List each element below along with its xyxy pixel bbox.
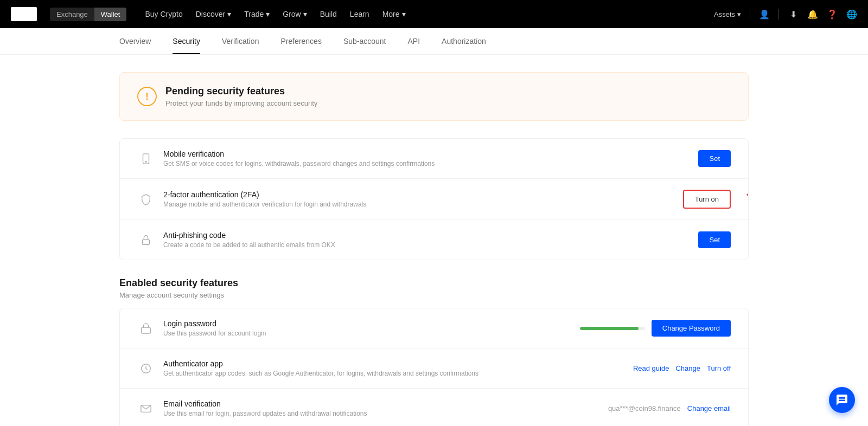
2fa-turnon-button[interactable]: Turn on bbox=[683, 190, 731, 209]
mobile-verification-info: Mobile verification Get SMS or voice cod… bbox=[163, 150, 690, 167]
shield-icon bbox=[137, 191, 155, 208]
enabled-items-list: Login password Use this password for acc… bbox=[119, 308, 749, 426]
nav-divider bbox=[750, 9, 750, 20]
nav-learn[interactable]: Learn bbox=[344, 7, 375, 22]
enabled-section: Enabled security features Manage account… bbox=[119, 277, 749, 426]
2fa-desc: Manage mobile and authenticator verifica… bbox=[163, 201, 674, 208]
login-password-item: Login password Use this password for acc… bbox=[120, 308, 748, 348]
login-password-info: Login password Use this password for acc… bbox=[163, 319, 571, 337]
antiphishing-action: Set bbox=[698, 231, 731, 248]
email-masked-display: qua***@coin98.finance bbox=[608, 404, 681, 412]
nav-discover[interactable]: Discover ▾ bbox=[190, 7, 237, 22]
svg-rect-9 bbox=[143, 240, 150, 244]
bell-icon[interactable]: 🔔 bbox=[807, 9, 818, 20]
2fa-title: 2-factor authentication (2FA) bbox=[163, 190, 674, 199]
login-password-title: Login password bbox=[163, 319, 571, 328]
login-password-action: Change Password bbox=[580, 320, 731, 337]
antiphishing-desc: Create a code to be added to all authent… bbox=[163, 241, 690, 249]
logo-box bbox=[11, 7, 37, 21]
2fa-info: 2-factor authentication (2FA) Manage mob… bbox=[163, 190, 674, 208]
lock-icon bbox=[137, 231, 155, 249]
pending-security-banner: ! Pending security features Protect your… bbox=[119, 72, 749, 121]
sub-nav: Overview Security Verification Preferenc… bbox=[0, 28, 868, 55]
authenticator-title: Authenticator app bbox=[163, 359, 624, 368]
tab-api[interactable]: API bbox=[397, 28, 431, 54]
tab-subaccount[interactable]: Sub-account bbox=[333, 28, 397, 54]
mobile-verification-action: Set bbox=[698, 150, 731, 167]
nav-more[interactable]: More ▾ bbox=[377, 7, 411, 22]
user-icon[interactable]: 👤 bbox=[759, 9, 770, 20]
email-verification-action: qua***@coin98.finance Change email bbox=[608, 404, 731, 412]
mobile-verification-item: Mobile verification Get SMS or voice cod… bbox=[120, 139, 748, 179]
logo bbox=[11, 7, 37, 21]
read-guide-button[interactable]: Read guide bbox=[633, 364, 669, 372]
mobile-set-button[interactable]: Set bbox=[698, 150, 731, 167]
globe-icon[interactable]: 🌐 bbox=[846, 9, 857, 20]
enabled-title: Enabled security features bbox=[119, 277, 749, 289]
authenticator-desc: Get authenticator app codes, such as Goo… bbox=[163, 370, 624, 377]
pending-text: Pending security features Protect your f… bbox=[165, 86, 317, 107]
tab-authorization[interactable]: Authorization bbox=[431, 28, 497, 54]
svg-rect-4 bbox=[21, 15, 27, 18]
authenticator-change-button[interactable]: Change bbox=[675, 364, 700, 372]
login-password-desc: Use this password for account login bbox=[163, 330, 571, 337]
nav-right: Assets ▾ 👤 ⬇ 🔔 ❓ 🌐 bbox=[714, 9, 857, 20]
nav-buy-crypto[interactable]: Buy Crypto bbox=[139, 7, 188, 22]
email-verification-item: Email verification Use this email for lo… bbox=[120, 389, 748, 426]
tab-security[interactable]: Security bbox=[162, 28, 211, 54]
pending-title: Pending security features bbox=[165, 86, 317, 97]
authenticator-item: Authenticator app Get authenticator app … bbox=[120, 348, 748, 389]
svg-rect-1 bbox=[21, 8, 27, 14]
email-verification-desc: Use this email for login, password updat… bbox=[163, 410, 599, 417]
antiphishing-item: Anti-phishing code Create a code to be a… bbox=[120, 220, 748, 260]
pending-items-list: Mobile verification Get SMS or voice cod… bbox=[119, 138, 749, 260]
password-strength-fill bbox=[580, 327, 639, 330]
mobile-icon bbox=[137, 150, 155, 167]
password-icon bbox=[137, 320, 155, 337]
change-email-button[interactable]: Change email bbox=[687, 404, 731, 412]
tab-verification[interactable]: Verification bbox=[211, 28, 270, 54]
chat-button[interactable] bbox=[829, 387, 855, 413]
main-content: ! Pending security features Protect your… bbox=[108, 55, 760, 426]
authenticator-info: Authenticator app Get authenticator app … bbox=[163, 359, 624, 377]
change-password-button[interactable]: Change Password bbox=[652, 320, 731, 337]
email-icon bbox=[137, 400, 155, 417]
top-nav: Exchange Wallet Buy Crypto Discover ▾ Tr… bbox=[0, 0, 868, 28]
nav-links: Buy Crypto Discover ▾ Trade ▾ Grow ▾ Bui… bbox=[139, 7, 701, 22]
svg-rect-2 bbox=[28, 8, 34, 14]
help-icon[interactable]: ❓ bbox=[827, 9, 838, 20]
pending-subtitle: Protect your funds by improving account … bbox=[165, 99, 317, 107]
nav-grow[interactable]: Grow ▾ bbox=[277, 7, 312, 22]
enabled-subtitle: Manage account security settings bbox=[119, 291, 749, 299]
assets-link[interactable]: Assets ▾ bbox=[714, 10, 741, 18]
tab-preferences[interactable]: Preferences bbox=[270, 28, 332, 54]
nav-divider-2 bbox=[778, 9, 779, 20]
2fa-item: 2-factor authentication (2FA) Manage mob… bbox=[120, 179, 748, 220]
antiphishing-set-button[interactable]: Set bbox=[698, 231, 731, 248]
wallet-toggle[interactable]: Wallet bbox=[94, 8, 127, 21]
mobile-verification-title: Mobile verification bbox=[163, 150, 690, 158]
antiphishing-info: Anti-phishing code Create a code to be a… bbox=[163, 231, 690, 249]
svg-rect-10 bbox=[142, 327, 151, 333]
svg-rect-3 bbox=[14, 15, 20, 18]
svg-rect-5 bbox=[28, 15, 34, 18]
email-verification-info: Email verification Use this email for lo… bbox=[163, 399, 599, 417]
nav-build[interactable]: Build bbox=[315, 7, 342, 22]
nav-toggle: Exchange Wallet bbox=[50, 8, 126, 21]
email-verification-title: Email verification bbox=[163, 399, 599, 408]
nav-trade[interactable]: Trade ▾ bbox=[239, 7, 275, 22]
authenticator-icon bbox=[137, 360, 155, 377]
authenticator-action: Read guide Change Turn off bbox=[633, 364, 731, 372]
mobile-verification-desc: Get SMS or voice codes for logins, withd… bbox=[163, 160, 690, 167]
svg-rect-0 bbox=[14, 8, 20, 14]
pending-icon: ! bbox=[137, 87, 157, 106]
svg-point-7 bbox=[145, 161, 146, 162]
password-strength-bar bbox=[580, 327, 645, 330]
2fa-action: Turn on bbox=[683, 190, 731, 209]
tab-overview[interactable]: Overview bbox=[108, 28, 162, 54]
authenticator-turnoff-button[interactable]: Turn off bbox=[707, 364, 731, 372]
download-icon[interactable]: ⬇ bbox=[788, 9, 799, 20]
antiphishing-title: Anti-phishing code bbox=[163, 231, 690, 240]
exchange-toggle[interactable]: Exchange bbox=[50, 8, 94, 21]
